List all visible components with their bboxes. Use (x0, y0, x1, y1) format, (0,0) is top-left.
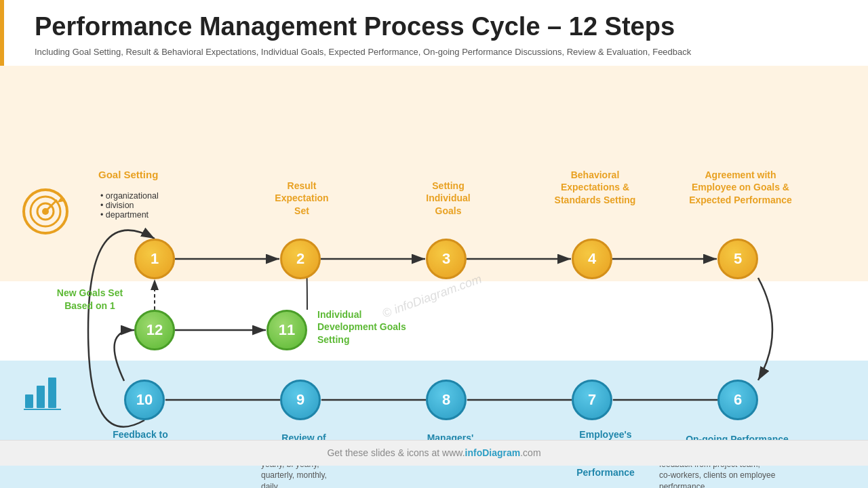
step-circle-10: 10 (124, 380, 165, 420)
diagram-area: Goal Setting • organizational • division… (0, 66, 868, 466)
footer-text: Get these slides & icons at www. (327, 447, 465, 458)
step-circle-4: 4 (572, 239, 612, 279)
step-circle-3: 3 (426, 239, 467, 279)
step1-label: Goal Setting (98, 169, 158, 180)
new-goals-label: New Goals SetBased on 1 (37, 287, 142, 313)
svg-rect-20 (48, 378, 56, 408)
page-title: Performance Management Process Cycle – 1… (35, 12, 848, 41)
step-circle-5: 5 (717, 239, 758, 279)
step5-label: Agreement withEmployee on Goals &Expecte… (673, 169, 808, 207)
svg-rect-19 (37, 386, 45, 408)
step-circle-8: 8 (426, 380, 467, 420)
step4-label: BehavioralExpectations &Standards Settin… (539, 169, 651, 207)
step1-bullets: • organizational • division • department (100, 191, 159, 220)
page-subtitle: Including Goal Setting, Result & Behavio… (35, 45, 835, 59)
step-circle-2: 2 (280, 239, 321, 279)
header: Performance Management Process Cycle – 1… (0, 0, 868, 66)
footer: Get these slides & icons at www. infoDia… (0, 440, 868, 466)
step11-label: IndividualDevelopment GoalsSetting (317, 308, 453, 347)
step-circle-9: 9 (280, 380, 321, 420)
svg-rect-18 (25, 394, 33, 408)
svg-line-16 (47, 200, 57, 210)
footer-text2: .com (520, 447, 540, 458)
step2-label: ResultExpectationSet (258, 180, 346, 218)
bar-icon (22, 371, 66, 414)
step-circle-1: 1 (134, 239, 175, 279)
goal-icon (22, 188, 69, 238)
step-circle-7: 7 (572, 380, 612, 420)
step3-label: SettingIndividualGoals (404, 180, 492, 218)
step-circle-11: 11 (267, 310, 307, 350)
footer-brand: infoDiagram (465, 447, 521, 458)
step-circle-12: 12 (134, 310, 175, 350)
step-circle-6: 6 (717, 380, 758, 420)
